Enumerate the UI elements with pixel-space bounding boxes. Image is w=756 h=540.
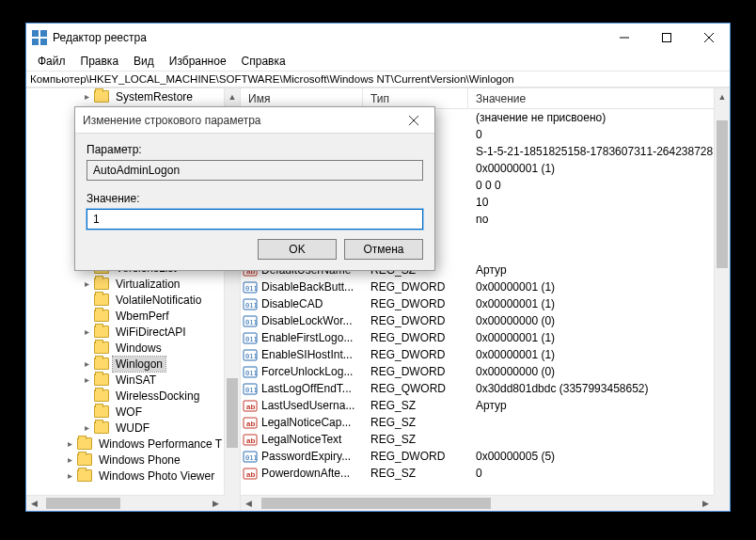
list-row[interactable]: abLastUsedUserna...REG_SZАртур [241,397,714,414]
menu-help[interactable]: Справка [234,53,293,70]
tree-item[interactable]: ▸WiFiDirectAPI [26,324,240,340]
tree-item[interactable]: ▪VolatileNotificatio [26,292,240,308]
dialog-close-button[interactable] [401,107,427,134]
svg-text:011: 011 [245,353,258,360]
scroll-right-icon[interactable]: ▶ [208,496,224,511]
menu-file[interactable]: Файл [30,53,73,70]
folder-icon [94,90,109,103]
tree-item[interactable]: ▸Winlogon [26,356,240,372]
row-type: REG_DWORD [363,331,468,344]
row-type: REG_DWORD [363,365,468,378]
list-row[interactable]: 011DisableCADREG_DWORD0x00000001 (1) [241,295,714,312]
tree-item[interactable]: ▪WirelessDocking [26,388,240,404]
scroll-left-icon[interactable]: ◀ [241,496,257,511]
folder-icon [94,389,109,402]
row-name: PowerdownAfte... [261,467,350,480]
row-type: REG_DWORD [363,348,468,361]
folder-icon [94,341,109,354]
list-row[interactable]: 011EnableFirstLogo...REG_DWORD0x00000001… [241,329,714,346]
list-vscrollbar[interactable]: ▲ ▼ [714,88,730,511]
list-row[interactable]: abPowerdownAfte...REG_SZ0 [241,465,714,482]
row-name: DisableBackButt... [261,280,354,294]
ok-button[interactable]: OK [258,239,337,260]
list-row[interactable]: 011PasswordExpiry...REG_DWORD0x00000005 … [241,448,714,465]
svg-text:ab: ab [246,470,255,479]
expand-icon[interactable]: ▸ [64,455,75,465]
scroll-up-icon[interactable]: ▲ [225,88,240,104]
row-value: Артур [468,399,714,412]
list-row[interactable]: 011ForceUnlockLog...REG_DWORD0x00000000 … [241,363,714,380]
row-value: 0 0 0 [468,179,714,192]
folder-icon [94,310,109,322]
expand-icon[interactable]: ▸ [81,375,92,385]
expand-icon[interactable]: ▸ [81,359,92,369]
menu-edit[interactable]: Правка [73,53,127,70]
row-type: REG_SZ [363,416,468,429]
scroll-thumb[interactable] [717,120,728,269]
row-value: 0x00000001 (1) [468,280,714,294]
list-row[interactable]: 011EnableSIHostInt...REG_DWORD0x00000001… [241,346,714,363]
scroll-left-icon[interactable]: ◀ [26,496,42,511]
scroll-thumb[interactable] [227,378,238,449]
svg-rect-5 [662,34,670,42]
folder-icon [94,373,109,386]
expand-icon[interactable]: ▸ [81,423,92,433]
folder-icon [77,469,92,482]
column-type[interactable]: Тип [363,88,468,108]
expand-icon[interactable]: ▸ [81,92,92,102]
svg-text:011: 011 [245,387,258,394]
cancel-button[interactable]: Отмена [344,239,423,260]
expand-icon[interactable]: ▸ [81,327,92,337]
row-value: no [468,213,714,226]
tree-item-label: SystemRestore [113,89,196,104]
string-icon: ab [243,398,258,413]
maximize-button[interactable] [645,24,687,52]
list-row[interactable]: 011DisableLockWor...REG_DWORD0x00000000 … [241,312,714,329]
row-type: REG_SZ [363,399,468,412]
address-bar[interactable]: Компьютер\HKEY_LOCAL_MACHINE\SOFTWARE\Mi… [26,71,730,88]
list-hscrollbar[interactable]: ◀ ▶ [241,495,714,511]
list-row[interactable]: abLegalNoticeTextREG_SZ [241,431,714,448]
scroll-thumb[interactable] [46,498,120,509]
tree-item[interactable]: ▸WinSAT [26,372,240,388]
value-input[interactable] [87,209,423,230]
binary-icon: 011 [243,296,258,311]
tree-item[interactable]: ▸SystemRestore [26,88,240,104]
row-name: LegalNoticeText [261,433,341,446]
folder-icon [94,421,109,434]
expand-icon[interactable]: ▸ [81,279,92,289]
dialog-titlebar: Изменение строкового параметра [75,107,434,134]
string-icon: ab [243,432,258,447]
list-row[interactable]: abLegalNoticeCap...REG_SZ [241,414,714,431]
scroll-right-icon[interactable]: ▶ [698,496,714,511]
scroll-thumb[interactable] [261,498,491,509]
expand-icon[interactable]: ▸ [64,439,75,449]
window-title: Редактор реестра [53,31,603,44]
tree-hscrollbar[interactable]: ◀ ▶ [26,495,224,511]
menubar: Файл Правка Вид Избранное Справка [26,52,730,71]
column-value[interactable]: Значение [468,88,730,108]
tree-item[interactable]: ▪WOF [26,404,240,420]
close-button[interactable] [687,24,730,52]
tree-item[interactable]: ▪WbemPerf [26,308,240,324]
tree-item[interactable]: ▸Windows Performance T [26,436,240,452]
svg-rect-3 [40,39,47,45]
binary-icon: 011 [243,347,258,362]
tree-item[interactable]: ▸WUDF [26,420,240,436]
list-row[interactable]: 011LastLogOffEndT...REG_QWORD0x30dd801db… [241,380,714,397]
folder-icon [77,453,92,466]
row-type: REG_DWORD [363,314,468,327]
scroll-up-icon[interactable]: ▲ [715,88,730,104]
menu-view[interactable]: Вид [126,53,162,70]
binary-icon: 011 [243,330,258,345]
column-name[interactable]: Имя [241,88,363,108]
tree-item[interactable]: ▪Windows [26,340,240,356]
list-row[interactable]: 011DisableBackButt...REG_DWORD0x00000001… [241,278,714,295]
tree-item[interactable]: ▸Virtualization [26,276,240,292]
tree-item[interactable]: ▸Windows Photo Viewer [26,468,240,484]
menu-favorites[interactable]: Избранное [162,53,234,70]
expand-icon[interactable]: ▸ [64,471,75,481]
tree-item[interactable]: ▸Windows Phone [26,452,240,468]
minimize-button[interactable] [603,24,645,52]
row-name: ForceUnlockLog... [261,365,353,378]
